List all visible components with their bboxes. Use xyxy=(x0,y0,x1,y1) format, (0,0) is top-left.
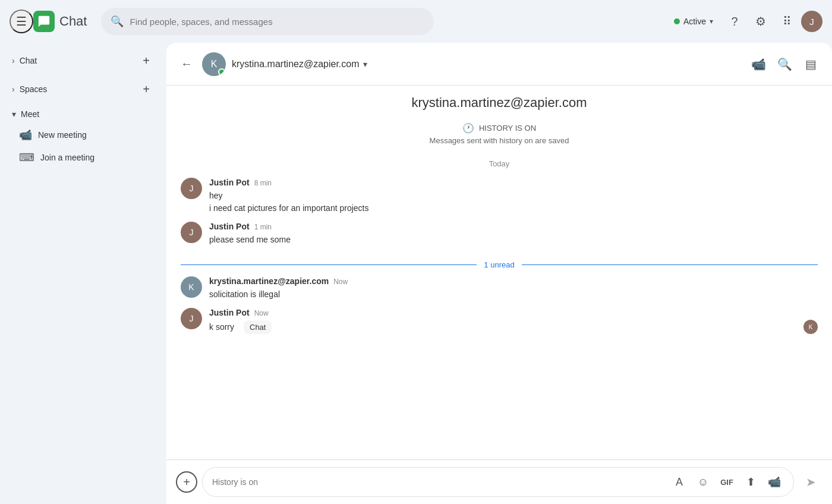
unread-line-right xyxy=(522,264,818,265)
unread-label: 1 unread xyxy=(484,260,514,269)
send-button[interactable]: ➤ xyxy=(799,470,822,494)
msg-text-3a: solicitation is illegal xyxy=(209,288,818,301)
logo-area: Chat xyxy=(33,11,87,32)
emoji-icon: ☺ xyxy=(698,476,708,489)
msg-text-2a: please send me some xyxy=(209,234,818,246)
sidebar-item-chat-left: › Chat xyxy=(12,56,37,65)
msg-sender-1: Justin Pot xyxy=(209,178,250,187)
status-button[interactable]: Active ▾ xyxy=(667,13,720,30)
chat-panel: ← K krystina.martinez@zapier.com ▾ 📹 🔍 ▤ xyxy=(166,43,832,504)
spaces-add-icon[interactable]: + xyxy=(138,81,155,97)
date-label: Today xyxy=(489,159,510,168)
msg-header-2: Justin Pot 1 min xyxy=(209,222,818,231)
contact-name: krystina.martinez@zapier.com xyxy=(232,59,360,70)
reaction-avatar-area: K xyxy=(803,320,818,334)
apps-button[interactable]: ⠿ xyxy=(775,10,799,33)
sidebar-chat-section: › Chat + xyxy=(0,48,166,74)
msg-content-1: Justin Pot 8 min hey i need cat pictures… xyxy=(209,178,818,215)
online-indicator xyxy=(218,68,225,75)
help-icon: ? xyxy=(731,15,738,29)
format-text-button[interactable]: A xyxy=(670,472,689,492)
msg-avatar-justin2: J xyxy=(181,222,202,243)
chat-header: ← K krystina.martinez@zapier.com ▾ 📹 🔍 ▤ xyxy=(166,43,832,86)
search-chat-icon: 🔍 xyxy=(777,57,792,71)
video-msg-button[interactable]: 📹 xyxy=(765,472,784,492)
message-group-4: J Justin Pot Now k sorry Chat K xyxy=(181,308,818,334)
upload-icon: ⬆ xyxy=(746,475,755,489)
msg-text-4a: k sorry xyxy=(209,321,234,333)
sidebar-spaces-section: › Spaces + xyxy=(0,76,166,102)
chat-header-actions: 📹 🔍 ▤ xyxy=(746,52,822,76)
msg-content-4: Justin Pot Now k sorry Chat K xyxy=(209,308,818,334)
message-group-1: J Justin Pot 8 min hey i need cat pictur… xyxy=(181,178,818,215)
msg-content-3: krystina.martinez@zapier.com Now solicit… xyxy=(209,276,818,301)
gif-button[interactable]: GIF xyxy=(717,472,736,492)
chat-add-icon[interactable]: + xyxy=(138,52,155,69)
msg-text-1b: i need cat pictures for an important pro… xyxy=(209,202,818,215)
settings-icon: ⚙ xyxy=(755,14,766,29)
sidebar-item-spaces[interactable]: › Spaces + xyxy=(5,76,162,102)
new-meeting-icon: 📹 xyxy=(19,128,32,141)
sidebar-item-spaces-left: › Spaces xyxy=(12,84,47,94)
sidebar-item-meet-left: ▾ Meet xyxy=(12,109,39,119)
back-button[interactable]: ← xyxy=(176,53,197,75)
history-notice: 🕐 HISTORY IS ON Messages sent with histo… xyxy=(181,122,818,145)
upload-button[interactable]: ⬆ xyxy=(741,472,760,492)
video-call-button[interactable]: 📹 xyxy=(746,52,770,76)
unread-divider: 1 unread xyxy=(181,260,818,269)
date-divider: Today xyxy=(181,159,818,168)
sidebar-new-meeting-label: New meeting xyxy=(38,130,87,140)
header-actions: Active ▾ ? ⚙ ⠿ J xyxy=(667,10,822,33)
sidebar-join-meeting-label: Join a meeting xyxy=(40,153,94,162)
gif-icon: GIF xyxy=(720,478,733,487)
msg-sender-4: Justin Pot xyxy=(209,308,250,317)
hamburger-button[interactable]: ☰ xyxy=(10,10,33,33)
sidebar-meet-section: ▾ Meet 📹 New meeting ⌨ Join a meeting xyxy=(0,105,166,169)
top-header: ☰ Chat 🔍 Active ▾ ? ⚙ ⠿ J xyxy=(0,0,832,43)
msg-header-3: krystina.martinez@zapier.com Now xyxy=(209,276,818,286)
contact-avatar: K xyxy=(202,52,226,76)
settings-button[interactable]: ⚙ xyxy=(749,10,773,33)
search-bar: 🔍 xyxy=(101,8,434,35)
add-button[interactable]: + xyxy=(176,471,197,493)
message-input[interactable] xyxy=(212,477,665,487)
video-icon: 📹 xyxy=(751,57,766,71)
msg-time-1: 8 min xyxy=(254,179,272,187)
msg-avatar-krystina: K xyxy=(181,276,202,298)
status-dot xyxy=(674,18,680,24)
hamburger-icon: ☰ xyxy=(16,14,27,29)
help-button[interactable]: ? xyxy=(723,10,746,33)
app-title: Chat xyxy=(59,14,87,29)
history-notice-row: 🕐 HISTORY IS ON xyxy=(462,122,536,134)
format-text-icon: A xyxy=(676,476,683,489)
contact-header-name: krystina.martinez@zapier.com xyxy=(412,95,587,110)
history-on-label: HISTORY IS ON xyxy=(479,124,536,133)
msg-time-3: Now xyxy=(333,278,348,286)
spaces-chevron-icon: › xyxy=(12,84,15,94)
side-panel-button[interactable]: ▤ xyxy=(799,52,822,76)
sidebar-item-new-meeting[interactable]: 📹 New meeting xyxy=(5,124,162,146)
sidebar-item-meet[interactable]: ▾ Meet xyxy=(5,105,162,124)
sidebar-chat-label: Chat xyxy=(20,56,37,65)
chat-chevron-icon: › xyxy=(12,56,15,65)
sidebar-item-chat[interactable]: › Chat + xyxy=(5,48,162,74)
side-panel-icon: ▤ xyxy=(805,57,817,71)
status-label: Active xyxy=(683,17,706,26)
emoji-button[interactable]: ☺ xyxy=(694,472,713,492)
msg-sender-2: Justin Pot xyxy=(209,222,250,231)
contact-name-area[interactable]: krystina.martinez@zapier.com ▾ xyxy=(232,59,367,70)
user-avatar[interactable]: J xyxy=(801,11,822,32)
search-input[interactable] xyxy=(130,17,424,27)
msg-sender-3: krystina.martinez@zapier.com xyxy=(209,276,329,286)
msg-header-4: Justin Pot Now xyxy=(209,308,818,317)
history-sub-label: Messages sent with history on are saved xyxy=(430,136,569,145)
main-layout: › Chat + › Spaces + ▾ Meet xyxy=(0,43,832,504)
chat-bubble-popup[interactable]: Chat xyxy=(244,320,272,334)
join-meeting-icon: ⌨ xyxy=(19,151,34,164)
sidebar-spaces-label: Spaces xyxy=(20,84,48,94)
search-chat-button[interactable]: 🔍 xyxy=(773,52,796,76)
user-avatar-label: J xyxy=(809,17,814,27)
sidebar-item-join-meeting[interactable]: ⌨ Join a meeting xyxy=(5,146,162,169)
message-group-3: K krystina.martinez@zapier.com Now solic… xyxy=(181,276,818,301)
video-msg-icon: 📹 xyxy=(768,475,781,489)
